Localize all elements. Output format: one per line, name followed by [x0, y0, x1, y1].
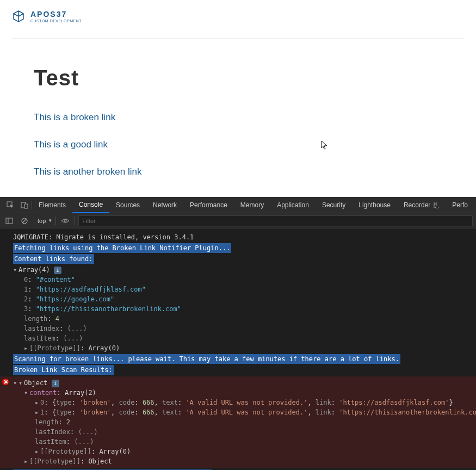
tab-sources[interactable]: Sources [109, 197, 146, 213]
caret-icon[interactable] [13, 265, 18, 275]
svg-rect-2 [24, 204, 28, 208]
error-block: Object i content: Array(2) 0: {type: 'br… [0, 376, 476, 468]
tab-elements[interactable]: Elements [32, 197, 72, 213]
log-line: Content links found: [4, 253, 472, 264]
log-line: Fetching links using the Broken Link Not… [4, 243, 472, 253]
caret-icon[interactable] [35, 447, 40, 456]
eye-icon[interactable] [59, 215, 71, 227]
tab-application[interactable]: Application [270, 197, 316, 213]
logo-tagline: CUSTOM DEVELOPMENT [30, 19, 82, 23]
tab-recorder[interactable]: Recorder [397, 197, 446, 213]
tab-console[interactable]: Console [72, 197, 109, 213]
caret-icon[interactable] [18, 378, 24, 388]
tab-performance-insights[interactable]: Perfo [446, 197, 468, 213]
context-selector[interactable]: top ▼ [38, 218, 52, 224]
page-body: Test This is a broken link This is a goo… [0, 38, 476, 215]
logo-name: APOS37 [30, 10, 82, 18]
log-array: Array(4) i 0: "#content" 1: "https://asd… [4, 264, 472, 354]
device-icon[interactable] [17, 197, 32, 213]
svg-point-7 [64, 220, 66, 222]
console-toolbar: top ▼ [0, 213, 476, 228]
error-icon [2, 379, 9, 385]
content-card: Test This is a broken link This is a goo… [12, 38, 464, 215]
console-output: JQMIGRATE: Migrate is installed, version… [0, 228, 476, 470]
svg-line-6 [23, 219, 27, 222]
caret-icon[interactable] [24, 388, 29, 398]
sidebar-toggle-icon[interactable] [3, 215, 15, 227]
svg-rect-3 [6, 218, 13, 224]
log-line: Broken Link Scan Results: [4, 364, 472, 375]
tab-network[interactable]: Network [146, 197, 183, 213]
tab-security[interactable]: Security [316, 197, 352, 213]
devtools-panel: Elements Console Sources Network Perform… [0, 197, 476, 470]
filter-input[interactable] [78, 215, 473, 226]
tab-lighthouse[interactable]: Lighthouse [352, 197, 397, 213]
cube-icon [12, 10, 25, 23]
log-line: Scanning for broken links... please wait… [4, 354, 472, 364]
tab-memory[interactable]: Memory [234, 197, 270, 213]
log-line: JQMIGRATE: Migrate is installed, version… [4, 232, 472, 243]
broken-link-2[interactable]: This is another broken link [34, 166, 442, 177]
broken-link-1[interactable]: This is a broken link [34, 112, 442, 123]
caret-icon[interactable] [35, 407, 40, 417]
devtools-tabstrip: Elements Console Sources Network Perform… [0, 197, 476, 213]
caret-icon[interactable] [13, 378, 18, 388]
filter-input-wrap [78, 215, 473, 226]
inspect-icon[interactable] [3, 197, 17, 213]
tab-performance[interactable]: Performance [183, 197, 234, 213]
caret-icon[interactable] [35, 398, 40, 407]
page-header: APOS37 CUSTOM DEVELOPMENT [0, 0, 476, 33]
caret-icon[interactable] [24, 343, 29, 353]
logo[interactable]: APOS37 CUSTOM DEVELOPMENT [12, 10, 464, 23]
caret-icon[interactable] [24, 456, 29, 466]
good-link[interactable]: This is a good link [34, 139, 442, 150]
page-title: Test [34, 66, 442, 90]
clear-console-icon[interactable] [18, 215, 30, 227]
